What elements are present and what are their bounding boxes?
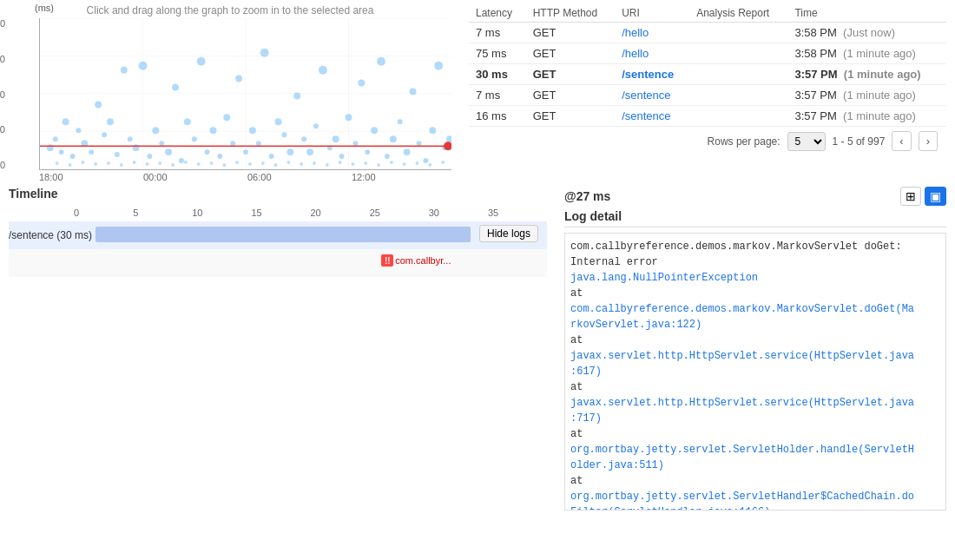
svg-point-73 [81,161,84,164]
svg-point-91 [313,161,316,165]
log-line: at [570,473,940,489]
log-line: at [570,426,940,442]
timeline-ticks: 0 5 10 15 20 25 30 35 [74,208,547,218]
cell-latency: 7 ms [469,23,526,43]
svg-point-41 [260,49,269,57]
svg-point-75 [107,161,110,165]
error-marker-label: com.callbyr... [395,255,451,266]
svg-point-33 [210,127,217,134]
cell-uri: /sentence [615,85,689,106]
cell-method: GET [526,106,615,127]
svg-point-72 [69,163,72,167]
y-axis: 120 90 60 30 0 [0,18,9,170]
chart-hint: Click and drag along the graph to zoom i… [9,4,451,16]
uri-link[interactable]: /sentence [622,89,670,102]
log-time: @27 ms [564,189,610,203]
svg-point-8 [53,136,58,142]
svg-point-19 [121,67,128,74]
svg-point-9 [59,149,64,155]
prev-page-button[interactable]: ‹ [892,131,911,151]
pagination: Rows per page: 5 10 25 1 - 5 of 997 ‹ › [469,127,946,155]
svg-point-42 [269,154,274,159]
svg-point-35 [223,114,230,121]
uri-link[interactable]: /sentence [622,109,670,122]
cell-latency: 75 ms [469,43,526,64]
grid-view-button[interactable]: ⊞ [900,187,921,206]
svg-point-86 [248,162,252,166]
col-latency: Latency [469,4,526,23]
cell-method: GET [526,64,615,85]
cell-analysis [689,43,787,64]
log-line: at [570,379,940,395]
table-row[interactable]: 75 ms GET /hello 3:58 PM (1 minute ago) [469,43,946,64]
svg-point-7 [47,144,54,151]
svg-point-29 [184,118,191,125]
svg-point-40 [256,141,261,146]
cell-latency: 16 ms [469,106,526,127]
svg-point-23 [147,154,152,159]
svg-point-99 [416,161,419,165]
timeline-bar [96,227,471,242]
svg-point-79 [158,161,161,165]
log-line: org.mortbay.jetty.servlet.ServletHandler… [570,489,940,504]
svg-point-98 [403,162,406,166]
cell-time: 3:57 PM (1 minute ago) [787,64,946,85]
svg-point-21 [133,144,140,151]
uri-link[interactable]: /hello [622,47,649,60]
svg-point-96 [377,163,380,167]
svg-point-22 [139,62,148,70]
log-line: Internal error [570,254,940,270]
table-row[interactable]: 7 ms GET /sentence 3:57 PM (1 minute ago… [469,85,946,106]
svg-point-52 [333,135,339,142]
svg-point-95 [364,161,367,165]
log-detail-content[interactable]: com.callbyreference.demos.markov.MarkovS… [564,233,946,511]
svg-point-83 [210,161,214,165]
chart-area: Click and drag along the graph to zoom i… [0,0,460,182]
cell-uri: /hello [615,43,689,64]
timeline-error-row: !! com.callbyr... [9,249,547,277]
col-method: HTTP Method [526,4,615,23]
error-marker[interactable]: !! com.callbyr... [381,254,451,267]
log-line: org.mortbay.jetty.servlet.ServletHolder.… [570,442,940,458]
log-line: Filter(ServletHandler.java:1166) [570,504,940,511]
svg-point-16 [102,132,107,137]
chart-svg [40,18,451,169]
svg-point-12 [76,128,81,133]
uri-link[interactable]: /sentence [622,68,674,81]
cell-uri: /hello [615,23,689,43]
log-line: com.callbyreference.demos.markov.MarkovS… [570,301,940,317]
timeline-bar-container: Hide logs [96,221,547,249]
svg-point-97 [390,161,393,164]
svg-point-39 [249,127,256,134]
svg-point-90 [300,162,303,166]
svg-point-18 [115,152,120,157]
panel-view-button[interactable]: ▣ [925,187,946,206]
table-row[interactable]: 16 ms GET /sentence 3:57 PM (1 minute ag… [469,106,946,127]
scatter-chart[interactable] [39,18,451,170]
svg-point-71 [56,161,59,165]
svg-point-85 [235,161,239,164]
svg-point-53 [339,154,345,159]
svg-point-20 [128,136,133,142]
log-line: com.callbyreference.demos.markov.MarkovS… [570,239,940,254]
svg-point-62 [398,119,403,124]
uri-link[interactable]: /hello [622,26,649,39]
log-line: older.java:511) [570,458,940,473]
hide-logs-button[interactable]: Hide logs [479,225,538,242]
svg-point-74 [94,162,97,166]
log-detail-header: @27 ms ⊞ ▣ [564,187,946,206]
cell-analysis [689,64,787,85]
next-page-button[interactable]: › [919,131,938,151]
svg-point-34 [217,154,222,159]
cell-latency: 7 ms [469,85,526,106]
svg-point-49 [313,123,319,128]
table-row[interactable]: 30 ms GET /sentence 3:57 PM (1 minute ag… [469,64,946,85]
cell-latency: 30 ms [469,64,526,85]
timeline-row[interactable]: /sentence (30 ms) Hide logs [9,221,547,249]
table-row[interactable]: 7 ms GET /hello 3:58 PM (Just now) [469,23,946,43]
svg-point-26 [165,148,172,155]
svg-point-63 [404,148,411,155]
svg-point-70 [446,135,451,142]
svg-point-94 [351,162,354,166]
rows-per-page-select[interactable]: 5 10 25 [787,132,826,151]
